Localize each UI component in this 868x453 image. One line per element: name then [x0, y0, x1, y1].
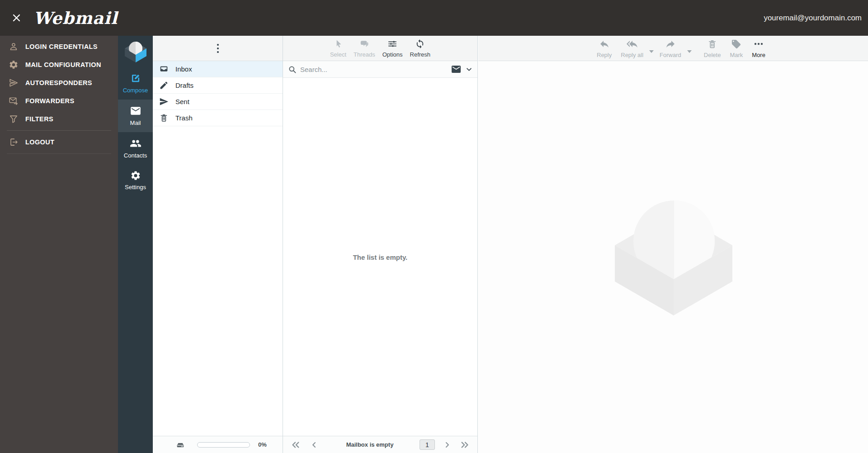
main-area: LOGIN CREDENTIALS MAIL CONFIGURATION AUT… [0, 36, 868, 453]
storage-icon [175, 440, 185, 450]
quota-percent: 0% [258, 441, 267, 448]
sidebar-item-forwarders[interactable]: FORWARDERS [0, 92, 118, 110]
sidebar-item-mail-configuration[interactable]: MAIL CONFIGURATION [0, 56, 118, 74]
topbar: Webmail youremail@yourdomain.com [0, 0, 868, 36]
reply-button[interactable]: Reply [592, 36, 616, 61]
kebab-icon [217, 43, 219, 53]
message-list-pane: Select Threads Options Refresh [283, 36, 478, 453]
search-bar [283, 61, 477, 78]
sidebar-item-filters[interactable]: FILTERS [0, 110, 118, 128]
reply-all-button[interactable]: Reply all [616, 36, 648, 61]
sidebar-divider [7, 130, 111, 131]
toolbar-label: Select [330, 51, 346, 58]
sidebar-item-autoresponders[interactable]: AUTORESPONDERS [0, 74, 118, 92]
toolbar-label: Refresh [410, 51, 431, 58]
options-button[interactable]: Options [379, 36, 406, 61]
select-button[interactable]: Select [326, 36, 350, 61]
taskmenu-label: Mail [130, 119, 141, 126]
page-number-input[interactable] [420, 439, 435, 450]
folder-options-button[interactable] [210, 41, 226, 56]
cursor-icon [333, 39, 343, 49]
trash-icon [159, 113, 169, 123]
sidebar-item-label: FILTERS [25, 115, 53, 123]
next-page-button[interactable] [441, 439, 453, 451]
reply-icon [599, 38, 610, 49]
search-scope-button[interactable] [451, 64, 462, 75]
mark-button[interactable]: Mark [725, 36, 747, 61]
delete-button[interactable]: Delete [699, 36, 726, 61]
threads-icon [359, 39, 369, 49]
folder-sent[interactable]: Sent [153, 94, 283, 110]
toolbar-label: Threads [354, 51, 375, 58]
settings-sidebar: LOGIN CREDENTIALS MAIL CONFIGURATION AUT… [0, 36, 118, 453]
folder-name: Trash [175, 114, 193, 122]
toolbar-label: Reply [597, 52, 612, 58]
folder-trash[interactable]: Trash [153, 110, 283, 126]
tag-icon [731, 39, 741, 49]
sidebar-item-label: AUTORESPONDERS [25, 79, 92, 86]
taskmenu-contacts[interactable]: Contacts [118, 132, 153, 165]
toolbar-label: Options [382, 51, 403, 58]
taskmenu-compose[interactable]: Compose [118, 67, 153, 100]
taskmenu-label: Contacts [124, 152, 147, 159]
folder-name: Sent [175, 98, 189, 105]
prev-page-icon [310, 441, 318, 449]
refresh-button[interactable]: Refresh [406, 36, 434, 61]
search-options-button[interactable] [466, 66, 472, 73]
folder-inbox[interactable]: Inbox [153, 61, 283, 77]
paper-plane-icon [9, 78, 19, 88]
search-icon [288, 65, 297, 74]
sidebar-item-logout[interactable]: LOGOUT [0, 133, 118, 151]
reply-all-icon [627, 38, 637, 49]
forward-icon [665, 38, 676, 49]
taskmenu-label: Settings [125, 184, 146, 191]
first-page-icon [291, 441, 300, 449]
user-email: youremail@yourdomain.com [764, 14, 862, 23]
taskmenu-mail[interactable]: Mail [118, 100, 153, 132]
message-list-toolbar: Select Threads Options Refresh [283, 36, 477, 61]
cube-sphere-watermark [614, 198, 733, 318]
content-toolbar: Reply Reply all Forward [478, 36, 868, 61]
forward-menu-button[interactable] [686, 36, 693, 61]
pencil-icon [159, 81, 169, 90]
threads-button[interactable]: Threads [350, 36, 379, 61]
folder-name: Inbox [175, 65, 192, 73]
gear-icon [9, 60, 19, 70]
sidebar-divider [7, 153, 111, 154]
refresh-icon [415, 39, 425, 49]
toolbar-label: Reply all [621, 52, 643, 58]
mailbox-status: Mailbox is empty [320, 441, 420, 448]
toolbar-label: Mark [730, 52, 743, 58]
first-page-button[interactable] [289, 439, 301, 451]
envelope-icon [451, 64, 462, 75]
sidebar-item-login-credentials[interactable]: LOGIN CREDENTIALS [0, 38, 118, 56]
taskmenu: Compose Mail Contacts Settings [118, 36, 153, 453]
mail-icon [130, 105, 142, 117]
folder-drafts[interactable]: Drafts [153, 77, 283, 94]
sidebar-item-label: LOGIN CREDENTIALS [25, 43, 98, 50]
cube-sphere-logo [123, 39, 148, 66]
reply-all-menu-button[interactable] [648, 36, 655, 61]
search-input[interactable] [300, 66, 451, 73]
content-pane: Reply Reply all Forward [478, 36, 868, 453]
message-list-body: The list is empty. [283, 78, 477, 436]
toolbar-label: Delete [704, 52, 721, 58]
inbox-icon [159, 64, 169, 74]
prev-page-button[interactable] [308, 439, 320, 451]
forward-button[interactable]: Forward [655, 36, 686, 61]
folder-name: Drafts [175, 81, 193, 89]
quota-footer: 0% [153, 436, 283, 453]
last-page-icon [461, 441, 470, 449]
sidebar-item-label: FORWARDERS [25, 97, 74, 105]
taskmenu-settings[interactable]: Settings [118, 165, 153, 196]
close-button[interactable] [10, 12, 23, 24]
settings-icon [130, 170, 141, 181]
folder-list-header [153, 36, 283, 61]
message-list-footer: Mailbox is empty [283, 436, 477, 453]
quota-progress-bar [197, 442, 250, 448]
sidebar-item-label: MAIL CONFIGURATION [25, 61, 101, 68]
last-page-button[interactable] [459, 439, 471, 451]
funnel-icon [9, 114, 19, 124]
more-button[interactable]: More [747, 36, 770, 61]
send-icon [159, 97, 169, 106]
